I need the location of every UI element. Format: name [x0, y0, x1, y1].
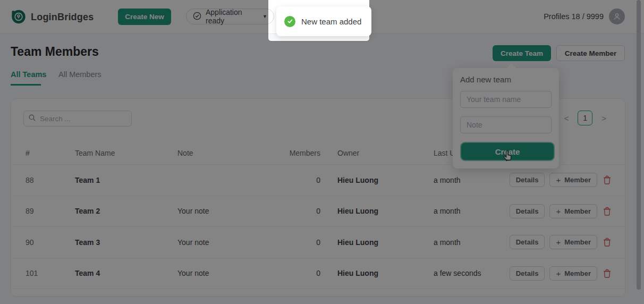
details-button[interactable]: Details — [510, 235, 545, 249]
toast-message: New team added — [301, 17, 361, 26]
team-members-count: 0 — [287, 269, 320, 277]
team-name-input[interactable] — [460, 91, 552, 108]
create-team-button[interactable]: Create Team — [493, 45, 551, 61]
table-row: 90 Team 3 Your note 0 Hieu Luong a month… — [11, 226, 625, 258]
create-member-button[interactable]: Create Member — [556, 45, 625, 61]
brand[interactable]: LoginBridges — [11, 9, 94, 26]
team-last-updated: a few seconds — [434, 269, 515, 277]
team-name: Team 1 — [75, 176, 177, 184]
team-members-count: 0 — [287, 207, 320, 215]
member-button-label: Member — [564, 269, 591, 277]
team-note-input[interactable] — [460, 116, 552, 133]
next-page-button[interactable]: > — [600, 113, 607, 124]
pagination: < 1 > — [563, 111, 607, 125]
page-1-button[interactable]: 1 — [578, 111, 592, 125]
team-last-updated: a month — [434, 207, 515, 215]
team-owner: Hieu Luong — [320, 176, 434, 184]
delete-team-button[interactable] — [602, 174, 612, 185]
team-note: Your note — [177, 238, 287, 247]
team-last-updated: a month — [434, 238, 515, 247]
header-owner: Owner — [320, 149, 434, 157]
tab-all-teams[interactable]: All Teams — [11, 70, 46, 79]
scrollbar-thumb[interactable] — [637, 0, 641, 290]
details-button[interactable]: Details — [510, 266, 545, 281]
delete-team-button[interactable] — [602, 206, 612, 217]
add-member-button[interactable]: + Member — [549, 235, 597, 249]
details-button[interactable]: Details — [510, 173, 545, 187]
member-button-label: Member — [564, 238, 591, 246]
table-bottom-divider — [11, 289, 625, 289]
team-id: 90 — [26, 238, 75, 247]
prev-page-button[interactable]: < — [563, 113, 570, 124]
team-id: 88 — [26, 176, 75, 184]
tab-all-members[interactable]: All Members — [58, 70, 101, 79]
mouse-cursor-icon — [502, 149, 514, 164]
plus-icon: + — [556, 238, 561, 246]
header-note: Note — [177, 149, 287, 157]
search-input[interactable] — [39, 114, 126, 123]
plus-icon: + — [556, 269, 561, 277]
member-button-label: Member — [564, 176, 591, 184]
user-avatar[interactable] — [609, 9, 625, 24]
trash-icon — [603, 207, 611, 216]
search-icon — [29, 114, 36, 123]
trash-icon — [603, 269, 611, 278]
add-member-button[interactable]: + Member — [549, 266, 597, 281]
success-check-icon — [284, 16, 295, 27]
details-button[interactable]: Details — [510, 204, 545, 218]
table-row: 89 Team 2 Your note 0 Hieu Luong a month… — [11, 196, 625, 227]
table-row: 88 Team 1 0 Hieu Luong a month Details +… — [11, 164, 625, 196]
trash-icon — [603, 175, 611, 184]
team-members-count: 0 — [287, 238, 320, 247]
loginbridges-logo-icon — [11, 9, 26, 26]
team-note: Your note — [177, 269, 287, 277]
trash-icon — [603, 238, 611, 247]
team-last-updated: a month — [434, 176, 515, 184]
brand-name: LoginBridges — [31, 12, 94, 23]
header-members: Members — [287, 149, 320, 157]
create-new-button[interactable]: Create New — [118, 9, 171, 25]
popover-title: Add new team — [460, 75, 552, 84]
toast-notification: New team added — [276, 6, 371, 36]
team-note: Your note — [177, 207, 287, 215]
team-owner: Hieu Luong — [320, 207, 434, 215]
application-status-label: Application ready — [206, 8, 256, 25]
application-status-dropdown[interactable]: Application ready ▼ — [186, 9, 274, 24]
team-id: 101 — [26, 269, 75, 277]
team-owner: Hieu Luong — [320, 269, 434, 277]
person-icon — [612, 12, 622, 21]
plus-icon: + — [556, 176, 561, 184]
team-name: Team 3 — [75, 238, 177, 247]
chevron-down-icon: ▼ — [262, 14, 267, 19]
team-name: Team 2 — [75, 207, 177, 215]
team-owner: Hieu Luong — [320, 238, 434, 247]
check-circle-icon — [193, 12, 201, 22]
plus-icon: + — [556, 207, 561, 215]
team-members-count: 0 — [287, 176, 320, 184]
profiles-counter: Profiles 18 / 9999 — [544, 12, 604, 21]
team-name: Team 4 — [75, 269, 177, 277]
add-member-button[interactable]: + Member — [549, 173, 597, 187]
page-title: Team Members — [11, 45, 99, 59]
header-team-name: Team Name — [75, 149, 177, 157]
add-member-button[interactable]: + Member — [549, 204, 597, 218]
delete-team-button[interactable] — [602, 268, 612, 279]
team-id: 89 — [26, 207, 75, 215]
member-button-label: Member — [564, 207, 591, 215]
header-id: # — [26, 149, 75, 157]
delete-team-button[interactable] — [602, 237, 612, 248]
active-tab-underline — [11, 84, 41, 86]
search-box[interactable] — [23, 111, 132, 126]
app-window: LoginBridges Create New Application read… — [0, 0, 644, 304]
table-row: 101 Team 4 Your note 0 Hieu Luong a few … — [11, 258, 625, 289]
